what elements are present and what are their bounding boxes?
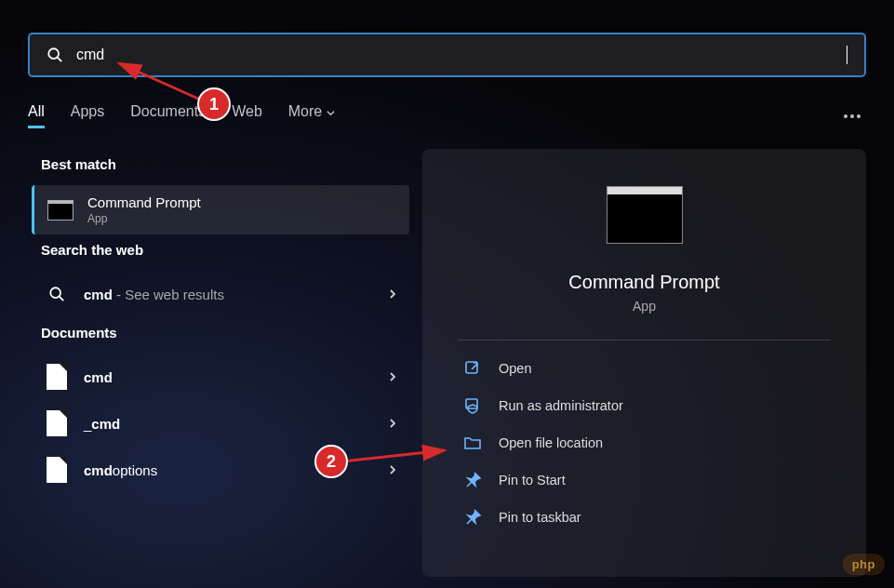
tab-all[interactable]: All — [28, 103, 45, 128]
tab-more[interactable]: More — [288, 103, 336, 128]
document-icon — [47, 364, 67, 390]
svg-line-1 — [58, 58, 61, 61]
chevron-right-icon — [387, 288, 398, 300]
section-best-match: Best match — [41, 156, 409, 172]
search-icon — [47, 47, 63, 63]
chevron-right-icon — [387, 371, 398, 382]
result-name: _cmd — [84, 416, 387, 432]
chevron-right-icon — [387, 418, 398, 429]
tab-row: All Apps Documents Web More — [28, 103, 866, 128]
text-caret — [847, 46, 847, 64]
pin-icon — [463, 471, 482, 489]
detail-panel: Command Prompt App Open Run as administr… — [422, 149, 866, 577]
tab-web[interactable]: Web — [232, 103, 262, 128]
chevron-down-icon — [326, 108, 336, 118]
result-best-match[interactable]: Command Prompt App — [32, 185, 409, 234]
document-icon — [47, 410, 67, 436]
section-documents: Documents — [41, 325, 409, 341]
action-open-file-location[interactable]: Open file location — [454, 424, 834, 461]
svg-point-2 — [50, 287, 60, 298]
result-name: cmdoptions — [84, 462, 387, 478]
result-document[interactable]: cmd — [28, 354, 409, 400]
svg-line-3 — [60, 297, 63, 301]
document-icon — [47, 457, 67, 483]
search-icon — [48, 286, 65, 302]
result-name: Command Prompt — [87, 194, 398, 210]
svg-point-0 — [48, 48, 59, 59]
tab-documents[interactable]: Documents — [130, 103, 206, 128]
search-input[interactable] — [76, 47, 847, 63]
tab-apps[interactable]: Apps — [71, 103, 104, 128]
result-name: cmd — [84, 369, 387, 385]
divider — [458, 340, 831, 341]
result-document[interactable]: cmdoptions — [28, 447, 409, 493]
section-search-web: Search the web — [41, 242, 409, 258]
watermark: php — [843, 554, 885, 575]
detail-app-name: Command Prompt — [448, 272, 840, 293]
result-type: App — [87, 212, 398, 225]
chevron-right-icon — [387, 464, 398, 475]
action-open[interactable]: Open — [454, 350, 834, 387]
cmd-app-icon — [47, 200, 73, 220]
detail-app-type: App — [448, 299, 840, 314]
overflow-menu-button[interactable] — [838, 109, 866, 124]
folder-icon — [463, 434, 482, 452]
open-icon — [463, 359, 482, 378]
admin-shield-icon — [463, 396, 482, 415]
app-thumbnail — [607, 186, 683, 244]
pin-icon — [463, 508, 482, 527]
action-pin-to-start[interactable]: Pin to Start — [454, 461, 834, 499]
result-name: cmd - See web results — [84, 287, 387, 302]
action-run-as-admin[interactable]: Run as administrator — [454, 387, 834, 424]
result-document[interactable]: _cmd — [28, 400, 409, 447]
result-web[interactable]: cmd - See web results — [28, 271, 409, 317]
action-pin-to-taskbar[interactable]: Pin to taskbar — [454, 499, 834, 536]
search-box[interactable] — [28, 33, 866, 77]
